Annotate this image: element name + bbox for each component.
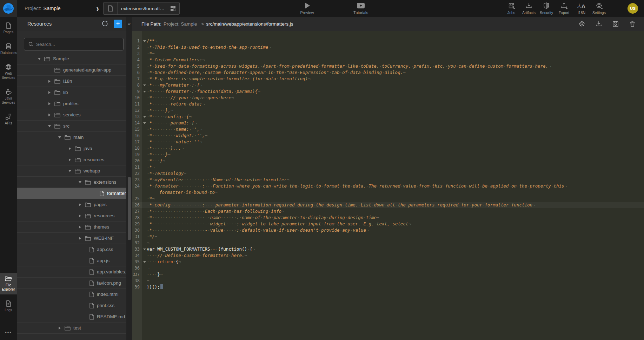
save-file-button[interactable] xyxy=(612,20,619,28)
code-line[interactable]: 31·*/¬ xyxy=(132,233,644,240)
tree-item[interactable]: Sample xyxy=(17,53,126,64)
caret-right-icon[interactable] xyxy=(77,203,83,206)
caret-down-icon[interactable] xyxy=(67,170,73,172)
code-line[interactable]: 9·*·····formatter·:·function(data,·param… xyxy=(132,88,644,95)
fold-caret-icon[interactable] xyxy=(143,40,146,42)
fold-caret-icon[interactable] xyxy=(143,84,146,86)
tree-item[interactable]: app.css xyxy=(17,244,126,255)
code-line[interactable]: 37i····}¬ xyxy=(132,271,644,278)
caret-right-icon[interactable] xyxy=(57,327,62,329)
editor-settings-button[interactable] xyxy=(578,20,586,28)
refresh-icon[interactable] xyxy=(102,20,108,27)
code-line[interactable]: 27·*····················Each·param·has·f… xyxy=(132,208,644,215)
project-selector[interactable]: Project: Sample xyxy=(25,0,61,17)
caret-down-icon[interactable] xyxy=(77,181,83,183)
code-line[interactable]: 17·*·········value:·''¬ xyxy=(132,139,644,145)
tree-item[interactable]: services xyxy=(17,109,126,121)
caret-right-icon[interactable] xyxy=(47,102,52,105)
code-line[interactable]: 25·*¬ xyxy=(132,196,644,202)
code-line[interactable]: 8·*···myFormatter·:·{¬ xyxy=(132,82,644,88)
nav-item-jobs[interactable]: Jobs xyxy=(503,1,520,15)
delete-file-button[interactable] xyxy=(629,20,636,28)
tree-item[interactable]: themes xyxy=(17,222,126,233)
code-line[interactable]: 15·*·········name:·'',¬ xyxy=(132,126,644,132)
code-line[interactable]: 16·*·········widget:·'',¬ xyxy=(132,132,644,139)
tree-item[interactable]: main xyxy=(17,132,126,143)
code-line[interactable]: 38¬ xyxy=(132,278,644,284)
sidebar-item-file-explorer[interactable]: File Explorer xyxy=(0,273,17,294)
tree-item[interactable]: i18n xyxy=(17,76,126,87)
code-line[interactable]: 29·*····················-·widget····:·wi… xyxy=(132,221,644,227)
open-file-tab[interactable]: extensions/formatt… xyxy=(103,2,180,15)
tree-item[interactable]: src xyxy=(17,121,126,132)
nav-item-i18n[interactable]: 大AI18N xyxy=(573,1,590,15)
code-line[interactable]: 26·*·config············:····parameter·in… xyxy=(132,202,644,208)
code-line[interactable]: 13·*·····config:·{¬ xyxy=(132,114,644,120)
fold-caret-icon[interactable] xyxy=(143,116,146,118)
fold-caret-icon[interactable] xyxy=(143,122,146,124)
search-input[interactable] xyxy=(36,42,117,47)
download-file-button[interactable] xyxy=(595,20,603,28)
code-line[interactable]: 5·*·Used·for·data·formatting·across·widg… xyxy=(132,63,644,69)
code-line[interactable]: 23·*·myFormatter·······:···Name·of·the·c… xyxy=(132,177,644,183)
tree-item[interactable]: java xyxy=(17,143,126,154)
wavemaker-logo[interactable] xyxy=(0,0,17,17)
caret-right-icon[interactable] xyxy=(47,80,52,83)
tree-item[interactable]: lib xyxy=(17,87,126,98)
code-line[interactable]: 34····//·Define·custom·formatters·here.¬ xyxy=(132,252,644,259)
code-line[interactable]: 20·*···}¬ xyxy=(132,158,644,164)
fold-caret-icon[interactable] xyxy=(143,261,146,263)
caret-right-icon[interactable] xyxy=(47,114,52,116)
user-avatar[interactable]: US xyxy=(628,3,638,14)
code-line[interactable]: 2·*·This·file·is·used·to·extend·the·app·… xyxy=(132,44,644,50)
caret-down-icon[interactable] xyxy=(57,136,62,138)
code-line[interactable]: 18·*·······}...¬ xyxy=(132,145,644,151)
nav-item-security[interactable]: Security xyxy=(538,1,555,15)
code-line[interactable]: 6·*·Once·defined·here,·custom·formatter·… xyxy=(132,69,644,76)
code-line[interactable]: 1/**¬ xyxy=(132,38,644,44)
code-line[interactable]: 32¬ xyxy=(132,240,644,246)
code-line[interactable]: 14·*·······param1:·{¬ xyxy=(132,120,644,126)
code-editor[interactable]: 1/**¬2·*·This·file·is·used·to·extend·the… xyxy=(132,31,644,340)
code-line[interactable]: 11·*·······return·data;¬ xyxy=(132,101,644,107)
tree-item[interactable]: formatters.js xyxy=(17,188,126,199)
caret-right-icon[interactable] xyxy=(67,158,73,161)
code-line[interactable]: 28·*····················-·name······:·na… xyxy=(132,215,644,221)
tree-item[interactable]: resources xyxy=(17,154,126,165)
tree-item[interactable]: app.variables.json xyxy=(17,266,126,278)
fold-caret-icon[interactable] xyxy=(143,91,146,93)
tree-item[interactable]: index.html xyxy=(17,289,126,300)
code-line[interactable]: 3·*¬ xyxy=(132,50,644,57)
caret-down-icon[interactable] xyxy=(36,58,42,60)
tree-item[interactable]: extensions xyxy=(17,177,126,188)
add-resource-button[interactable]: + xyxy=(114,20,122,28)
sidebar-item-databases[interactable]: Databases xyxy=(0,40,17,58)
nav-item-artifacts[interactable]: Artifacts xyxy=(520,1,538,15)
code-line-wrap[interactable]: formatter·is·bound·to¬ xyxy=(132,189,644,196)
code-line[interactable]: 36¬ xyxy=(132,265,644,271)
tree-scrollbar[interactable] xyxy=(128,177,131,240)
nav-item-settings[interactable]: Settings xyxy=(590,1,608,15)
tree-item[interactable]: test xyxy=(17,322,126,334)
sidebar-item-apis[interactable]: APIs xyxy=(0,111,17,128)
caret-right-icon[interactable] xyxy=(77,226,83,229)
code-line[interactable]: 30·*····················-·value·····:·de… xyxy=(132,227,644,233)
sidebar-item-logs[interactable]: Logs xyxy=(0,298,17,315)
code-line[interactable]: 21·*¬ xyxy=(132,164,644,170)
code-line[interactable]: 7·*·E.g.·Here·is·sample·custom·formatter… xyxy=(132,76,644,82)
tree-item[interactable]: resources xyxy=(17,210,126,222)
more-options-button[interactable]: ••• xyxy=(0,330,17,335)
collapse-panel-button[interactable]: « xyxy=(127,20,132,28)
tree-item[interactable]: profiles xyxy=(17,98,126,109)
caret-right-icon[interactable] xyxy=(77,237,83,240)
tree-item[interactable]: pages xyxy=(17,199,126,210)
preview-button[interactable]: Preview xyxy=(293,2,321,15)
sidebar-item-pages[interactable]: Pages xyxy=(0,20,17,37)
caret-right-icon[interactable] xyxy=(77,215,83,217)
code-line[interactable]: 19·*·····}¬ xyxy=(132,151,644,158)
caret-right-icon[interactable] xyxy=(47,91,52,94)
tree-item[interactable]: app.js xyxy=(17,255,126,266)
sidebar-item-web-services[interactable]: Web Services xyxy=(0,61,17,83)
tree-item[interactable]: webapp xyxy=(17,165,126,177)
code-line[interactable]: 39})(); xyxy=(132,284,644,290)
